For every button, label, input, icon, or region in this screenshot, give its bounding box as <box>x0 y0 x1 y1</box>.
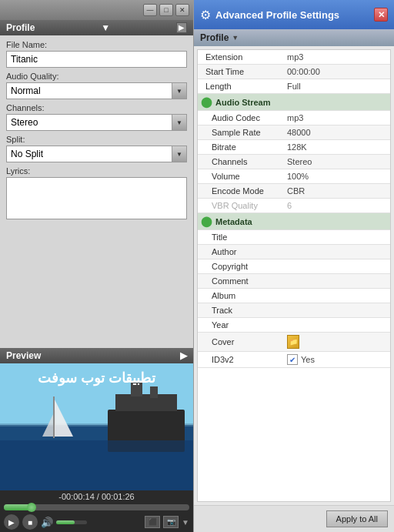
setting-key: Year <box>198 318 282 333</box>
setting-key: Bitrate <box>198 140 282 155</box>
right-titlebar: ⚙ Advanced Profile Settings ✕ <box>194 0 394 29</box>
right-profile-arrow: ▼ <box>232 34 239 42</box>
table-row: Year <box>198 318 390 333</box>
setting-key: Start Time <box>198 65 282 79</box>
settings-icon: ⚙ <box>200 8 211 22</box>
id3v2-checkbox[interactable]: ✔ <box>287 354 298 365</box>
progress-bar-container <box>0 503 193 512</box>
split-label: Split: <box>6 135 187 144</box>
cover-icon[interactable]: 📁 <box>287 335 299 349</box>
camera-btn[interactable]: 📷 <box>163 516 179 528</box>
lyrics-label: Lyrics: <box>6 166 187 176</box>
file-name-input[interactable] <box>6 51 187 68</box>
left-profile-label: Profile <box>6 22 35 33</box>
table-row: ID3v2✔Yes <box>198 352 390 368</box>
table-row: Bitrate128K <box>198 140 390 155</box>
setting-value <box>282 230 390 245</box>
setting-key: Author <box>198 245 282 259</box>
close-button[interactable]: ✕ <box>175 4 189 16</box>
channels-select[interactable]: Stereo <box>6 114 187 131</box>
audio-quality-select[interactable]: Normal <box>6 82 187 99</box>
setting-key: Channels <box>198 155 282 169</box>
table-row: VBR Quality6 <box>198 199 390 213</box>
table-row: Author <box>198 245 390 259</box>
svg-rect-6 <box>150 386 158 398</box>
table-row: ChannelsStereo <box>198 155 390 169</box>
restore-button[interactable]: □ <box>159 4 173 16</box>
table-row: Cover📁 <box>198 333 390 352</box>
play-button[interactable]: ▶ <box>4 514 19 530</box>
section-label: Audio Stream <box>215 98 271 107</box>
setting-value: Stereo <box>282 155 390 169</box>
setting-value <box>282 274 390 289</box>
table-row: LengthFull <box>198 79 390 94</box>
screen-btn[interactable]: ⬛ <box>145 516 160 528</box>
left-profile-expand[interactable]: ▶ <box>176 22 187 33</box>
setting-key: Comment <box>198 274 282 289</box>
right-panel: ⚙ Advanced Profile Settings ✕ Profile ▼ … <box>194 0 394 532</box>
file-name-field: File Name: <box>6 40 187 68</box>
preview-header: Preview ▶ <box>0 348 193 363</box>
table-row: ⬤Audio Stream <box>198 94 390 111</box>
svg-rect-4 <box>115 394 177 411</box>
setting-key: Sample Rate <box>198 125 282 140</box>
preview-label: Preview <box>6 350 41 361</box>
setting-value <box>282 245 390 259</box>
apply-to-all-button[interactable]: Apply to All <box>326 510 388 527</box>
setting-key: Encode Mode <box>198 184 282 199</box>
right-title: Advanced Profile Settings <box>215 9 339 21</box>
setting-key: VBR Quality <box>198 199 282 213</box>
setting-value: 00:00:00 <box>282 65 390 79</box>
svg-rect-10 <box>0 440 193 490</box>
window-titlebar: — □ ✕ <box>0 0 193 20</box>
preview-expand[interactable]: ▶ <box>180 350 187 361</box>
cover-cell[interactable]: 📁 <box>282 333 390 352</box>
right-profile-header[interactable]: Profile ▼ <box>194 29 394 46</box>
setting-key: Track <box>198 303 282 318</box>
setting-value: 48000 <box>282 125 390 140</box>
left-profile-header[interactable]: Profile ▼ ▶ <box>0 20 193 35</box>
split-wrapper: No Split ▼ <box>6 146 187 162</box>
more-btn[interactable]: ▼ <box>182 518 189 527</box>
right-profile-label: Profile <box>200 32 229 43</box>
table-row: Audio Codecmp3 <box>198 111 390 125</box>
section-icon: ⬤ <box>201 96 212 108</box>
setting-value: 6 <box>282 199 390 213</box>
setting-value: CBR <box>282 184 390 199</box>
table-row: Volume100% <box>198 169 390 184</box>
progress-track[interactable] <box>4 504 189 510</box>
left-content: File Name: Audio Quality: Normal ▼ Chann… <box>0 35 193 345</box>
lyrics-field: Lyrics: <box>6 166 187 222</box>
volume-track[interactable] <box>56 520 87 524</box>
channels-field: Channels: Stereo ▼ <box>6 103 187 131</box>
table-row: ⬤Metadata <box>198 213 390 230</box>
controls-bar: ▶ ■ 🔊 ⬛ 📷 ▼ <box>0 512 193 532</box>
setting-key: Extension <box>198 50 282 65</box>
progress-thumb <box>27 503 36 512</box>
preview-video: تطبيقات توب سوفت <box>0 363 193 490</box>
checkbox-cell[interactable]: ✔Yes <box>282 352 390 368</box>
table-row: Comment <box>198 274 390 289</box>
setting-value <box>282 259 390 274</box>
table-row: Title <box>198 230 390 245</box>
preview-section: Preview ▶ <box>0 348 193 532</box>
setting-key: Audio Codec <box>198 111 282 125</box>
table-row: Track <box>198 303 390 318</box>
setting-key: Volume <box>198 169 282 184</box>
right-close-button[interactable]: ✕ <box>374 8 388 22</box>
section-icon: ⬤ <box>201 216 212 227</box>
right-titlebar-left: ⚙ Advanced Profile Settings <box>200 8 339 22</box>
lyrics-textarea[interactable] <box>6 177 187 219</box>
setting-key: ID3v2 <box>198 352 282 368</box>
bottom-bar: Apply to All <box>194 505 394 532</box>
file-name-label: File Name: <box>6 40 187 49</box>
svg-rect-9 <box>53 396 55 438</box>
setting-value: mp3 <box>282 111 390 125</box>
split-select[interactable]: No Split <box>6 146 187 162</box>
audio-quality-label: Audio Quality: <box>6 72 187 81</box>
left-profile-arrow: ▼ <box>101 22 110 33</box>
section-label: Metadata <box>215 217 252 226</box>
minimize-button[interactable]: — <box>143 4 157 16</box>
volume-icon[interactable]: 🔊 <box>41 517 53 528</box>
stop-button[interactable]: ■ <box>22 514 38 530</box>
